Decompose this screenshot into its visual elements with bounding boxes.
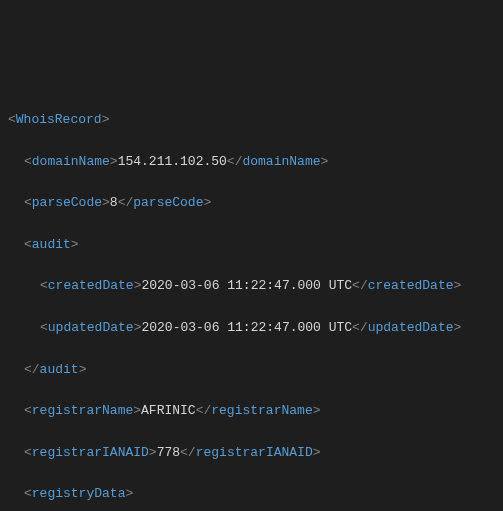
xml-line: <registrarName>AFRINIC</registrarName> <box>4 401 503 422</box>
xml-line: </audit> <box>4 360 503 381</box>
xml-line: <registryData> <box>4 484 503 505</box>
xml-line: <WhoisRecord> <box>4 110 503 131</box>
xml-line: <registrarIANAID>778</registrarIANAID> <box>4 443 503 464</box>
xml-code-block: <WhoisRecord> <domainName>154.211.102.50… <box>4 89 503 511</box>
xml-line: <parseCode>8</parseCode> <box>4 193 503 214</box>
xml-line: <domainName>154.211.102.50</domainName> <box>4 152 503 173</box>
xml-line: <createdDate>2020-03-06 11:22:47.000 UTC… <box>4 276 503 297</box>
xml-line: <audit> <box>4 235 503 256</box>
xml-line: <updatedDate>2020-03-06 11:22:47.000 UTC… <box>4 318 503 339</box>
